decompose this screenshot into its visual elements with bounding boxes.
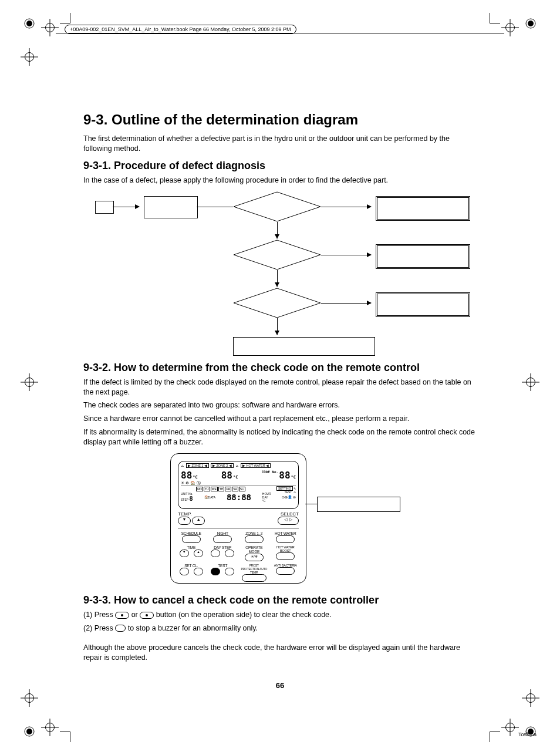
step-text: (2) Press to stop a buzzer for an abnorm… [83,623,477,633]
button-label: HOT WATER [272,531,299,535]
page-number: 66 [276,681,284,690]
test-button[interactable] [211,568,220,575]
note-text: Although the above procedure cancels the… [83,643,477,663]
crop-mark-icon [53,732,70,749]
body-text: The check codes are separated into two g… [83,400,477,410]
flow-decision-box [233,288,321,318]
flow-arrow-icon [321,303,371,304]
day-button[interactable] [211,550,220,557]
lcd-time: 88:88 [227,493,251,502]
remote-lcd: 🜂 ▶ ZONE 1 ◀ ▶ ZONE 2 ◀ 🜂 ▶ HOT WATER ◀ … [178,461,299,509]
temp-up-button[interactable]: ▲ [192,517,205,525]
zone-label: ▶ HOT WATER ◀ [241,463,271,468]
subsection-title: 9-3-2. How to determine from the check c… [83,362,477,374]
step-button[interactable] [225,550,234,557]
frost-auto-button[interactable] [242,574,266,582]
flow-decision-box [233,191,321,222]
operate-mode-button[interactable]: ☀/❄ [245,554,264,561]
hot-water-button[interactable] [276,535,295,543]
subsection-title: 9-3-1. Procedure of defect diagnosis [83,160,477,172]
zone-label: ▶ ZONE 2 ◀ [211,463,234,468]
subsection-title: 9-3-3. How to cancel a check code on the… [83,594,477,606]
svg-point-3 [528,21,534,26]
flow-arrow-icon [277,222,278,238]
section-title: 9-3. Outline of the determination diagra… [83,112,477,128]
callout-line [305,504,317,504]
schedule-button[interactable] [182,535,201,543]
lcd-data-label: 🏠DATA [204,495,216,499]
time-down-button[interactable]: ▼ [180,550,189,557]
zone-button[interactable] [245,535,264,543]
svg-marker-8 [234,192,321,221]
remote-controller-diagram: 🜂 ▶ ZONE 1 ◀ ▶ ZONE 2 ◀ 🜂 ▶ HOT WATER ◀ … [83,453,477,588]
code-label: CODE No. [261,470,278,474]
select-label: SELECT [281,511,299,517]
registration-mark-icon [525,18,537,29]
subsection-text: In the case of a defect, please apply th… [83,176,477,186]
button-label: ANTI BACTERIA [272,564,299,567]
registration-mark-icon [23,18,35,29]
step-text: (1) Press or button (on the operation si… [83,610,477,620]
body-text: If the defect is limited by the check co… [83,378,477,397]
remote-body: 🜂 ▶ ZONE 1 ◀ ▶ ZONE 2 ◀ 🜂 ▶ HOT WATER ◀ … [170,453,306,584]
night-button[interactable] [213,535,232,543]
seven-seg: 88 [181,470,192,481]
body-text: If its abnormality is determined, the ab… [83,427,477,447]
anti-bacteria-button[interactable] [276,567,295,575]
select-button[interactable]: ◁ ▷ [278,517,299,525]
lcd-status-icons: ⊙⊗👤 ⊘ [282,495,296,499]
crop-mark-icon [490,732,507,749]
flow-start-box [95,201,114,214]
lcd-day-strip: MOTUWETHFRSASU [196,487,245,491]
temp-down-button[interactable]: ▼ [178,517,191,525]
crosshair-icon [522,373,539,391]
flow-result-box [376,292,470,317]
flow-decision-box [233,240,321,270]
bell-icon: 🜂 [235,464,239,467]
clear-button-icon [115,625,126,632]
crop-mark-icon [490,6,507,23]
lcd-unit-label: UNIT No.STEP 8 [181,492,193,502]
crop-mark-icon [53,6,70,23]
seven-seg: 88 [279,470,290,481]
flow-arrow-icon [321,255,371,255]
flow-process-box [233,337,375,356]
temp-label: TEMP. [178,511,191,517]
button-label: NIGHT [210,531,237,535]
flowchart [83,189,477,359]
section-intro: The first determination of whether a def… [83,134,477,154]
button-label: ZONE 1, 2 [241,531,268,535]
flow-result-box [376,244,470,269]
svg-marker-10 [234,288,321,318]
footer-brand: Toshiba [518,732,537,737]
button-label: FROST PROTECTION AUTO TEMP. [241,564,268,574]
callout-box [317,497,400,512]
flow-arrow-icon [277,270,278,287]
svg-marker-9 [234,240,321,269]
button-label: SCHEDULE [178,531,205,535]
button-label: HOT WATER BOOST [272,545,299,552]
crosshair-icon [21,373,38,391]
button-label: SET CL. [178,564,205,568]
button-label: DAY STEP [210,545,237,550]
clear-button[interactable] [194,568,203,575]
registration-mark-icon [23,726,35,737]
crosshair-icon [522,689,539,707]
zone-label: ▶ ZONE 1 ◀ [186,463,209,468]
flow-arrow-icon [277,318,278,335]
seven-seg: 88 [221,470,232,481]
svg-point-1 [26,21,32,26]
power-button-icon [140,612,154,619]
crosshair-icon [21,689,38,707]
aux-button[interactable] [225,568,234,575]
body-text: Since a hardware error cannot be cancell… [83,414,477,424]
hot-water-boost-button[interactable] [276,552,295,560]
running-head: +00A09-002_01EN_SVM_ALL_Air_to_Water.boo… [65,25,296,34]
button-label: TIME [178,545,205,550]
power-button-icon [115,612,129,619]
flow-process-box [144,196,198,218]
set-button[interactable] [180,568,189,575]
bell-icon: 🜂 [181,464,184,467]
flow-arrow-icon [113,207,139,207]
time-up-button[interactable]: ▲ [194,550,203,557]
